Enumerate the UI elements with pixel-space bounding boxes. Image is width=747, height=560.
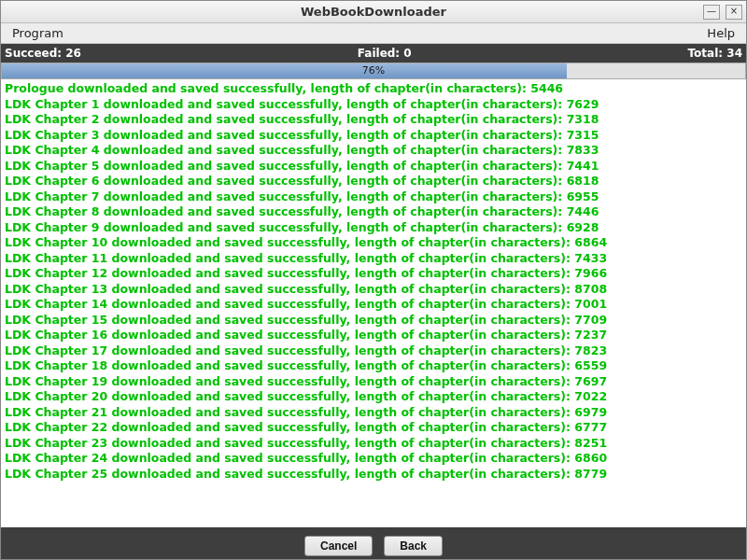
log-output[interactable]: Prologue downloaded and saved successful… <box>1 79 746 527</box>
menu-help[interactable]: Help <box>701 24 740 42</box>
back-button[interactable]: Back <box>384 536 443 556</box>
log-line: LDK Chapter 10 downloaded and saved succ… <box>5 235 742 251</box>
log-line: LDK Chapter 1 downloaded and saved succe… <box>5 97 742 113</box>
progress-bar: 76% <box>1 63 746 79</box>
log-line: LDK Chapter 18 downloaded and saved succ… <box>5 358 742 374</box>
log-line: LDK Chapter 25 downloaded and saved succ… <box>5 467 742 483</box>
log-line: LDK Chapter 13 downloaded and saved succ… <box>5 282 742 298</box>
log-line: LDK Chapter 16 downloaded and saved succ… <box>5 328 742 343</box>
close-button[interactable]: × <box>726 5 742 20</box>
cancel-button[interactable]: Cancel <box>304 536 373 556</box>
window-controls: — × <box>703 5 742 20</box>
titlebar[interactable]: WebBookDownloader — × <box>1 1 746 23</box>
log-line: LDK Chapter 11 downloaded and saved succ… <box>5 251 742 267</box>
log-line: LDK Chapter 20 downloaded and saved succ… <box>5 389 742 405</box>
log-line: LDK Chapter 17 downloaded and saved succ… <box>5 343 742 359</box>
minimize-button[interactable]: — <box>703 5 720 20</box>
log-line: LDK Chapter 19 downloaded and saved succ… <box>5 374 742 390</box>
log-line: LDK Chapter 2 downloaded and saved succe… <box>5 112 742 128</box>
log-line: LDK Chapter 14 downloaded and saved succ… <box>5 297 742 313</box>
log-line: Prologue downloaded and saved successful… <box>5 81 742 97</box>
app-window: WebBookDownloader — × Program Help Succe… <box>0 0 747 560</box>
progress-label: 76% <box>2 63 745 78</box>
status-total: Total: 34 <box>688 47 742 60</box>
log-line: LDK Chapter 8 downloaded and saved succe… <box>5 204 742 220</box>
status-bar: Succeed: 26 Failed: 0 Total: 34 <box>1 44 746 63</box>
log-line: LDK Chapter 15 downloaded and saved succ… <box>5 313 742 329</box>
log-line: LDK Chapter 4 downloaded and saved succe… <box>5 143 742 159</box>
log-line: LDK Chapter 9 downloaded and saved succe… <box>5 220 742 236</box>
log-line: LDK Chapter 23 downloaded and saved succ… <box>5 436 742 452</box>
footer: Cancel Back <box>1 533 746 559</box>
log-line: LDK Chapter 6 downloaded and saved succe… <box>5 174 742 189</box>
menubar: Program Help <box>1 23 746 44</box>
status-succeed: Succeed: 26 <box>5 47 81 60</box>
log-line: LDK Chapter 21 downloaded and saved succ… <box>5 405 742 421</box>
menu-program[interactable]: Program <box>7 24 69 42</box>
log-line: LDK Chapter 22 downloaded and saved succ… <box>5 420 742 436</box>
log-line: LDK Chapter 24 downloaded and saved succ… <box>5 451 742 467</box>
log-line: LDK Chapter 5 downloaded and saved succe… <box>5 159 742 175</box>
log-line: LDK Chapter 12 downloaded and saved succ… <box>5 266 742 282</box>
status-failed: Failed: 0 <box>81 47 688 60</box>
window-title: WebBookDownloader <box>1 5 746 19</box>
log-line: LDK Chapter 3 downloaded and saved succe… <box>5 128 742 144</box>
log-line: LDK Chapter 7 downloaded and saved succe… <box>5 189 742 205</box>
